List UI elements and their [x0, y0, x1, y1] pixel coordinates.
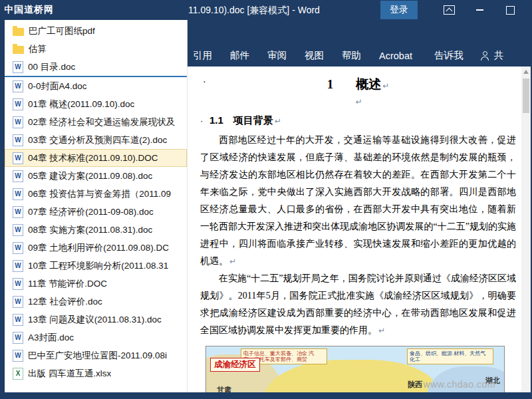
login-button[interactable]: 登录 — [380, 1, 418, 19]
outline-bullet: · — [200, 116, 203, 126]
word-icon — [13, 98, 23, 110]
word-icon — [13, 278, 23, 290]
file-item[interactable]: 07章 经济评价(2011-09-08).doc — [5, 203, 187, 221]
excel-icon — [13, 368, 23, 380]
file-list: 巴广工可图纸pdf估算00 目录.doc0-0封面A4.doc01章 概述(20… — [5, 22, 187, 382]
file-item[interactable]: 05章 建设方案(2011.09.08).doc — [5, 167, 187, 185]
ribbon-tab[interactable]: 审阅 — [267, 49, 287, 62]
ribbon-tab[interactable]: 邮件 — [230, 49, 249, 62]
ribbon-tab-label: 视图 — [305, 49, 324, 62]
ribbon-tab-label: 共 — [493, 49, 503, 62]
section-heading: · 1.1 项目背景↵ — [200, 114, 516, 127]
outline-bullet: · — [203, 77, 206, 88]
file-item[interactable]: 06章 投资估算与资金筹措（2011.09 — [5, 185, 187, 203]
word-icon — [13, 332, 23, 344]
file-item[interactable]: 08章 实施方案(2011.08.31).doc — [5, 221, 187, 239]
word-icon — [13, 296, 23, 308]
maximize-icon — [506, 6, 515, 15]
file-name: 05章 建设方案(2011.09.08).doc — [28, 170, 152, 182]
file-name: 出版 四车道互通.xlsx — [28, 368, 111, 380]
paragraph-mark-icon: ↵ — [382, 81, 389, 90]
file-name: A3封面.doc — [28, 332, 74, 344]
file-item[interactable]: 03章 交通分析及预测四车道(2).doc — [5, 131, 187, 149]
file-item[interactable]: 0-0封面A4.doc — [5, 77, 187, 95]
site-watermark-top: 中国道桥网 — [4, 4, 54, 16]
ribbon-tab-label: 邮件 — [230, 49, 249, 62]
ribbon-tab[interactable]: 帮助 — [342, 49, 361, 62]
ribbon-display-options-icon — [444, 5, 455, 15]
body-paragraph-2: 在实施“十二五”规划开局之年，国务院讨论并原则通过《成渝经济区区域规划》。201… — [200, 270, 516, 339]
chapter-heading: · 1概述↵ — [200, 76, 516, 93]
file-name: 估算 — [29, 43, 47, 55]
file-name: 04章 技术标准(2011.09.10).DOC — [28, 152, 158, 164]
file-item[interactable]: 巴中至广安地理位置图-2011.09.08i — [5, 346, 187, 364]
word-icon — [13, 224, 23, 236]
minimize-icon — [476, 9, 483, 11]
file-name: 01章 概述(2011.09.10).doc — [28, 98, 134, 110]
chapter-number: 1 — [327, 77, 334, 91]
file-name: 09章 土地利用评价(2011.09.08).DC — [28, 242, 169, 254]
person-icon — [481, 51, 489, 60]
word-icon — [13, 134, 23, 146]
ribbon-tab[interactable]: 引用 — [193, 49, 212, 62]
empty-paragraph: ↵ — [200, 93, 516, 109]
ribbon-display-options-button[interactable] — [434, 0, 464, 20]
word-icon — [13, 61, 23, 73]
word-icon — [13, 206, 23, 218]
map-industry-callout-right: 食品、纺织、能源 材料、天然气化工 — [407, 348, 493, 364]
window-title: 11.09.10).doc [兼容模式] - Word — [188, 5, 320, 17]
paragraph-text: 西部地区经过十年的大开发，交通运输等基础设施得到很大改善，促进了区域经济的快速发… — [200, 135, 516, 266]
word-icon — [13, 242, 23, 254]
window-border-bottom — [0, 392, 532, 399]
ribbon-tab-label: 告诉我 — [434, 49, 464, 62]
file-item[interactable]: 巴广工可图纸pdf — [5, 22, 187, 40]
file-name: 02章 经济社会和交通运输发展现状及 — [28, 116, 175, 128]
scrollbar-thumb[interactable] — [523, 78, 529, 113]
word-icon — [13, 188, 23, 200]
file-item[interactable]: 04章 技术标准(2011.09.10).DOC — [5, 149, 187, 167]
file-name: 12章 社会评价.doc — [28, 296, 102, 308]
vertical-scrollbar[interactable] — [521, 66, 531, 392]
titlebar: 中国道桥网 11.09.10).doc [兼容模式] - Word 登录 — [0, 0, 532, 20]
document-page[interactable]: · 1概述↵ ↵ · 1.1 项目背景↵ 西部地区经过十年的大开发，交通运输等基… — [187, 66, 521, 392]
word-icon — [13, 350, 23, 362]
ribbon-tab[interactable]: 共 — [481, 49, 503, 62]
chapter-title: 概述 — [356, 77, 381, 91]
site-watermark-bottom: www.chdao.com — [424, 379, 495, 390]
word-icon — [13, 116, 23, 128]
file-name: 00 目录.doc — [28, 61, 75, 73]
word-icon — [13, 314, 23, 326]
file-name: 0-0封面A4.doc — [28, 80, 87, 92]
file-item[interactable]: 10章 工程环境影响分析(2011.08.31 — [5, 257, 187, 275]
file-list-panel: 巴广工可图纸pdf估算00 目录.doc0-0封面A4.doc01章 概述(20… — [5, 20, 188, 392]
file-name: 13章 问题及建议(2011.08.31).doc — [28, 314, 162, 326]
file-name: 06章 投资估算与资金筹措（2011.09 — [28, 188, 171, 200]
paragraph-text: 在实施“十二五”规划开局之年，国务院讨论并原则通过《成渝经济区区域规划》。201… — [200, 273, 516, 335]
minimize-button[interactable] — [464, 0, 495, 20]
ribbon-tab-label: 审阅 — [267, 49, 287, 62]
ribbon-tab[interactable]: 视图 — [305, 49, 324, 62]
file-item[interactable]: 12章 社会评价.doc — [5, 293, 187, 311]
scroll-up-arrow-icon[interactable] — [523, 70, 529, 74]
file-item[interactable]: 01章 概述(2011.09.10).doc — [5, 95, 187, 113]
ribbon-tab-label: 帮助 — [342, 49, 361, 62]
ribbon-tab[interactable]: 告诉我 — [430, 49, 464, 62]
map-title-label: 成渝经济区 — [210, 358, 260, 372]
maximize-button[interactable] — [495, 0, 525, 20]
paragraph-mark-icon: ↵ — [378, 326, 385, 335]
file-item[interactable]: 出版 四车道互通.xlsx — [5, 364, 187, 382]
window-border-left — [0, 0, 5, 399]
file-item[interactable]: 估算 — [5, 40, 187, 58]
file-item[interactable]: 02章 经济社会和交通运输发展现状及 — [5, 113, 187, 131]
file-item[interactable]: 11章 节能评价.DOC — [5, 275, 187, 293]
folder-icon — [13, 46, 24, 54]
file-item[interactable]: 09章 土地利用评价(2011.09.08).DC — [5, 239, 187, 257]
file-item[interactable]: 00 目录.doc — [5, 58, 187, 77]
section-title: 1.1 项目背景 — [209, 114, 273, 126]
file-name: 03章 交通分析及预测四车道(2).doc — [28, 134, 167, 146]
file-item[interactable]: 13章 问题及建议(2011.08.31).doc — [5, 311, 187, 329]
file-name: 巴中至广安地理位置图-2011.09.08i — [28, 350, 167, 362]
ribbon-tab[interactable]: Acrobat — [379, 49, 412, 62]
file-item[interactable]: A3封面.doc — [5, 329, 187, 346]
file-name: 11章 节能评价.DOC — [28, 278, 107, 290]
